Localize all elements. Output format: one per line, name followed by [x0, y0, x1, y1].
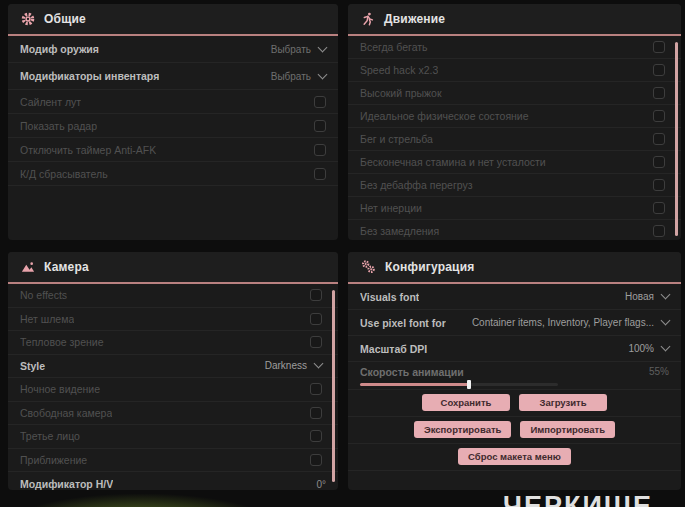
dropdown-value: Новая [625, 291, 654, 302]
menu-row: Бег и стрельба [348, 128, 681, 151]
menu-row: Нет шлема [8, 308, 338, 332]
watermark-text: ЧЕРКИШЕ [503, 491, 653, 507]
row-label: Скорость анимации [360, 366, 464, 378]
hv-modifier-value: 0° [316, 479, 326, 490]
night-vision-checkbox[interactable] [310, 383, 322, 395]
row-label: Visuals font [360, 291, 419, 303]
menu-row: Speed hack x2.3 [348, 59, 681, 82]
runner-icon [361, 12, 375, 26]
no-slowdown-checkbox[interactable] [653, 225, 665, 237]
cheat-menu-overlay: Общие Модиф оружия Выбрать Модификаторы … [0, 0, 685, 507]
chevron-down-icon [661, 316, 671, 326]
panel-camera: Камера No effects Нет шлема Тепловое зре… [8, 252, 338, 490]
third-person-checkbox[interactable] [310, 430, 322, 442]
row-label: Масштаб DPI [360, 343, 427, 355]
menu-row: Свободная камера [8, 402, 338, 426]
perfect-condition-checkbox[interactable] [653, 110, 665, 122]
chevron-down-icon [318, 69, 328, 79]
panel-title: Камера [44, 260, 89, 274]
slider-handle[interactable] [467, 380, 471, 389]
chevron-down-icon [661, 342, 671, 352]
button-row: Сохранить Загрузить [348, 390, 681, 417]
high-jump-checkbox[interactable] [653, 87, 665, 99]
dpi-scale-dropdown[interactable]: 100% [628, 343, 669, 354]
menu-row: Ночное видение [8, 378, 338, 402]
row-label: Идеальное физическое состояние [360, 110, 529, 122]
image-icon [21, 260, 35, 274]
dropdown-value: Выбрать [271, 71, 311, 82]
row-label: Без замедления [360, 225, 439, 237]
export-button[interactable]: Экспортировать [414, 421, 511, 438]
row-label: Показать радар [20, 120, 97, 132]
panel-general: Общие Модиф оружия Выбрать Модификаторы … [8, 4, 338, 240]
menu-row: Высокий прыжок [348, 82, 681, 105]
visuals-font-dropdown[interactable]: Новая [625, 291, 669, 302]
menu-row: К/Д сбрасыватель [8, 162, 338, 186]
menu-row: Третье лицо [8, 425, 338, 449]
import-button[interactable]: Импортировать [520, 421, 615, 438]
speed-hack-checkbox[interactable] [653, 64, 665, 76]
row-label: Модификатор H/V [20, 478, 113, 490]
animation-speed-slider[interactable] [360, 383, 558, 386]
no-inertia-checkbox[interactable] [653, 202, 665, 214]
dropdown-value: Darkness [265, 360, 307, 371]
anti-afk-checkbox[interactable] [314, 144, 326, 156]
panel-title: Общие [44, 12, 86, 26]
menu-row: Бесконечная стамина и нет усталости [348, 151, 681, 174]
menu-row: Тепловое зрение [8, 331, 338, 355]
infinite-stamina-checkbox[interactable] [653, 156, 665, 168]
silent-loot-checkbox[interactable] [314, 96, 326, 108]
menu-row: Без дебаффа перегруз [348, 174, 681, 197]
row-label: Тепловое зрение [20, 336, 104, 348]
row-label: Отключить таймер Anti-AFK [20, 144, 156, 156]
cooldown-reset-checkbox[interactable] [314, 168, 326, 180]
row-label: No effects [20, 289, 67, 301]
menu-row: Модиф оружия Выбрать [8, 36, 338, 63]
thermal-vision-checkbox[interactable] [310, 336, 322, 348]
menu-row: No effects [8, 284, 338, 308]
menu-row: Модификатор H/V 0° [8, 472, 338, 490]
style-dropdown[interactable]: Darkness [265, 360, 322, 371]
row-label: Модификаторы инвентаря [20, 70, 159, 82]
menu-row: Visuals font Новая [348, 284, 681, 310]
button-row: Сброс макета меню [348, 444, 681, 471]
panel-config-header: Конфигурация [348, 252, 681, 284]
row-label: Модиф оружия [20, 43, 99, 55]
row-label: Ночное видение [20, 383, 100, 395]
menu-row: Масштаб DPI 100% [348, 336, 681, 362]
weapon-mod-dropdown[interactable]: Выбрать [271, 44, 326, 55]
save-button[interactable]: Сохранить [422, 394, 510, 411]
run-and-shoot-checkbox[interactable] [653, 133, 665, 145]
chevron-down-icon [318, 42, 328, 52]
camera-scrollbar[interactable] [332, 290, 335, 482]
row-label: Третье лицо [20, 430, 80, 442]
row-label: Сайлент лут [20, 96, 81, 108]
row-label: Бесконечная стамина и нет усталости [360, 156, 546, 168]
always-run-checkbox[interactable] [653, 41, 665, 53]
no-effects-checkbox[interactable] [310, 289, 322, 301]
pixel-font-dropdown[interactable]: Container items, Inventory, Player flags… [472, 317, 669, 328]
gears-icon [361, 260, 376, 274]
menu-row: Модификаторы инвентаря Выбрать [8, 63, 338, 90]
zoom-checkbox[interactable] [310, 454, 322, 466]
panel-title: Конфигурация [385, 260, 474, 274]
load-button[interactable]: Загрузить [519, 394, 607, 411]
button-row: Экспортировать Импортировать [348, 417, 681, 444]
row-label: Приближение [20, 454, 87, 466]
movement-scrollbar[interactable] [675, 42, 678, 236]
menu-row: Use pixel font for Container items, Inve… [348, 310, 681, 336]
free-camera-checkbox[interactable] [310, 407, 322, 419]
row-label: Свободная камера [20, 407, 112, 419]
menu-row: Без замедления [348, 220, 681, 240]
row-label: Высокий прыжок [360, 87, 442, 99]
menu-row: Нет инерции [348, 197, 681, 220]
show-radar-checkbox[interactable] [314, 120, 326, 132]
dropdown-value: Container items, Inventory, Player flags… [472, 317, 654, 328]
no-helmet-checkbox[interactable] [310, 313, 322, 325]
no-overload-debuff-checkbox[interactable] [653, 179, 665, 191]
inventory-mod-dropdown[interactable]: Выбрать [271, 71, 326, 82]
reset-menu-layout-button[interactable]: Сброс макета меню [458, 448, 571, 465]
row-label: К/Д сбрасыватель [20, 168, 108, 180]
panel-config: Конфигурация Visuals font Новая Use pixe… [348, 252, 681, 490]
dropdown-value: Выбрать [271, 44, 311, 55]
